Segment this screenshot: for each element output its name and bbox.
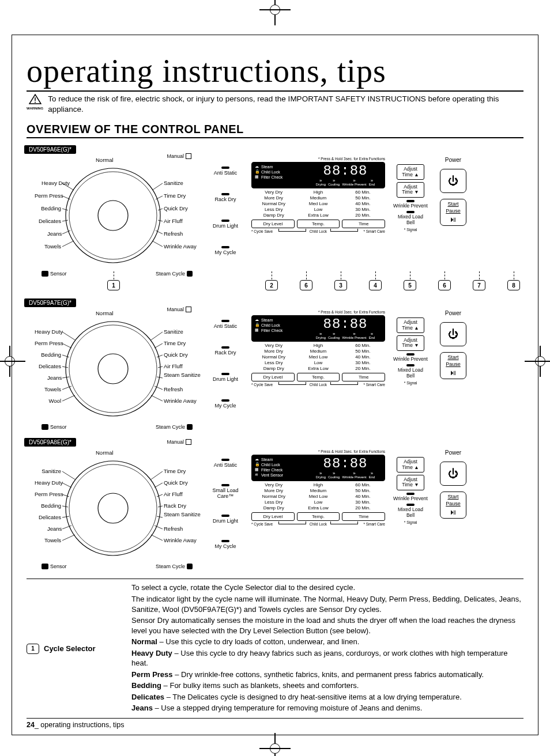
svg-point-36 xyxy=(98,493,128,523)
svg-line-33 xyxy=(151,395,163,401)
lcd-screen: ☁Steam 🔒Child Lock ▦Filter Check 88:88 »… xyxy=(251,162,385,188)
dial-top: Normal xyxy=(96,157,114,163)
svg-line-41 xyxy=(62,516,69,517)
cycle-dial: Normal Heavy Duty Perm Press Bedding Del… xyxy=(27,308,199,430)
svg-line-45 xyxy=(155,483,163,487)
registration-mark-top xyxy=(259,0,291,25)
page-footer: 24_ operating instructions, tips xyxy=(27,721,523,729)
options-column: Anti Static Rack Dry Drum Light My Cycle xyxy=(208,154,243,264)
adjust-up-button[interactable]: Adjust Time ▲ xyxy=(397,457,424,472)
callout-2: 2 xyxy=(265,280,278,290)
registration-mark-bottom xyxy=(259,733,291,756)
svg-line-23 xyxy=(62,366,68,368)
table-callout-num: 1 xyxy=(27,644,39,654)
model-tag: DV50F9A6E(G)* xyxy=(24,145,76,154)
opt-rack-dry: Rack Dry xyxy=(214,196,236,202)
dry-level-button[interactable]: Dry Level xyxy=(251,373,295,381)
svg-line-16 xyxy=(152,241,163,247)
display-module: * Press & Hold 3sec. for Extra Functions… xyxy=(251,310,385,387)
manual-tag: Manual xyxy=(167,153,191,159)
svg-line-38 xyxy=(62,483,71,487)
dial-l0: Heavy Duty xyxy=(42,180,61,186)
svg-line-43 xyxy=(62,535,75,540)
dial-r5: Wrinkle Away xyxy=(164,243,197,250)
dial-l4: Jeans xyxy=(47,230,61,237)
svg-line-40 xyxy=(62,506,68,507)
adjust-column: Adjust Time ▲ Adjust Time ▼ Wrinkle Prev… xyxy=(393,449,428,524)
svg-line-29 xyxy=(157,355,163,357)
table-para: The indicator light by the cycle name wi… xyxy=(131,594,523,614)
opt-anti-static: Anti Static xyxy=(214,170,238,176)
svg-line-10 xyxy=(62,241,74,247)
adjust-down-button[interactable]: Adjust Time ▼ xyxy=(397,335,424,351)
level-grid: Very DryHigh60 Min. More DryMedium50 Min… xyxy=(251,190,385,218)
button-row: Dry Level Temp. Time xyxy=(251,220,385,228)
power-button[interactable]: ⏻ xyxy=(440,462,466,486)
svg-line-20 xyxy=(62,332,75,340)
footer-text: operating instructions, tips xyxy=(40,721,124,729)
start-pause-button[interactable]: Start Pause ⏯ xyxy=(440,492,466,519)
table-label: Cycle Selector xyxy=(44,644,96,653)
section-header: OVERVIEW OF THE CONTROL PANEL xyxy=(27,123,523,138)
callout-3: 3 xyxy=(334,280,347,290)
temp-button[interactable]: Temp. xyxy=(297,373,340,381)
cycle-dial: Normal Heavy Duty Perm Press Bedding Del… xyxy=(27,154,199,277)
table-item: Heavy Duty – Use this cycle to dry heavy… xyxy=(131,648,523,668)
svg-point-17 xyxy=(66,322,160,416)
power-button[interactable]: ⏻ xyxy=(440,322,466,346)
opt-my-cycle: My Cycle xyxy=(214,250,236,255)
svg-line-8 xyxy=(62,220,68,221)
svg-point-3 xyxy=(69,172,157,259)
callout-7: 7 xyxy=(473,280,485,290)
svg-point-4 xyxy=(98,201,128,230)
adjust-column: Adjust Time ▲ Adjust Time ▼ Wrinkle Prev… xyxy=(393,310,428,384)
svg-point-1 xyxy=(35,102,36,103)
power-label: Power xyxy=(445,157,461,163)
table-body: To select a cycle, rotate the Cycle Sele… xyxy=(128,579,523,718)
svg-line-7 xyxy=(62,209,68,210)
dry-level-button[interactable]: Dry Level xyxy=(251,220,295,228)
svg-line-44 xyxy=(151,471,163,479)
dial-r2: Quick Dry xyxy=(164,205,188,211)
callout-6b: 6 xyxy=(438,280,451,290)
callout-6a: 6 xyxy=(300,280,312,290)
temp-button[interactable]: Temp. xyxy=(297,220,340,228)
lcd-progress: »Drying »Cooling »Wrinkle Prevent »End xyxy=(316,179,375,186)
svg-point-35 xyxy=(69,464,157,552)
time-button[interactable]: Time xyxy=(342,512,385,521)
time-button[interactable]: Time xyxy=(342,220,385,228)
table-item: Jeans – Use a stepped drying temperature… xyxy=(131,703,523,713)
panel-block-3: DV50F9A8E(G)* xyxy=(27,439,523,569)
control-panels: DV50F9A6E(G)* xyxy=(27,146,523,569)
adjust-down-button[interactable]: Adjust Time ▼ xyxy=(397,475,424,490)
adjust-down-button[interactable]: Adjust Time ▼ xyxy=(397,182,424,198)
lcd-time: 88:88 xyxy=(323,164,367,179)
svg-line-11 xyxy=(152,183,163,190)
power-button[interactable]: ⏻ xyxy=(440,169,466,193)
callout-5: 5 xyxy=(404,280,416,290)
dial-l1: Perm Press xyxy=(35,192,61,199)
table-item: Normal – Use this cycle to dry loads of … xyxy=(131,637,523,647)
table-label-cell: 1 Cycle Selector xyxy=(27,579,128,718)
callout-1: 1 xyxy=(107,280,120,290)
dry-level-button[interactable]: Dry Level xyxy=(251,512,295,521)
warning-label: WARNING xyxy=(27,107,43,110)
table-item: Delicates – The Delicates cycle is desig… xyxy=(131,692,523,702)
svg-point-19 xyxy=(98,354,128,384)
svg-line-46 xyxy=(157,494,163,497)
page-title: operating instructions, tips xyxy=(27,52,523,92)
model-tag: DV50F9A7E(G)* xyxy=(24,298,76,307)
time-button[interactable]: Time xyxy=(342,373,385,381)
start-pause-button[interactable]: Start Pause ⏯ xyxy=(440,199,466,226)
model-tag: DV50F9A8E(G)* xyxy=(24,438,76,447)
svg-line-26 xyxy=(62,395,75,401)
power-column: Power ⏻ Start Pause ⏯ xyxy=(436,157,470,226)
start-pause-button[interactable]: Start Pause ⏯ xyxy=(440,352,466,379)
warning-row: WARNING To reduce the risk of fire, elec… xyxy=(27,94,523,115)
temp-button[interactable]: Temp. xyxy=(297,512,340,521)
callout-8: 8 xyxy=(507,280,520,290)
adjust-up-button[interactable]: Adjust Time ▲ xyxy=(397,317,424,333)
dial-r1: Time Dry xyxy=(164,192,186,199)
warning-text: To reduce the risk of fire, electric sho… xyxy=(48,94,523,115)
adjust-up-button[interactable]: Adjust Time ▲ xyxy=(397,164,424,180)
